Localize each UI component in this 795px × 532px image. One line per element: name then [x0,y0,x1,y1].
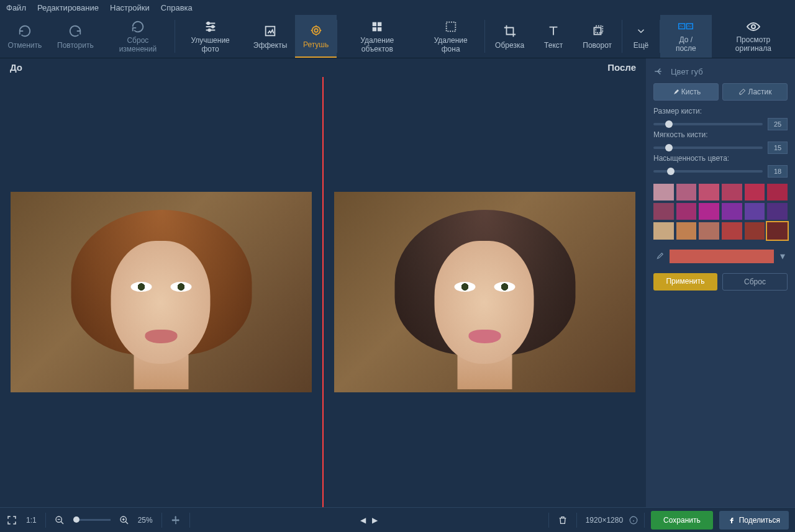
rotate-icon [590,24,605,38]
slider-label: Размер кисти: [653,107,788,115]
undo-label: Отменить [7,41,42,50]
current-color[interactable] [670,250,774,263]
menu-help[interactable]: Справка [161,3,193,12]
sliders-icon [203,20,218,34]
color-swatch[interactable] [722,222,742,239]
prev-icon[interactable]: ◀ [360,516,366,525]
remove-bg-button[interactable]: Удаление фона [417,15,484,58]
fullscreen-icon[interactable] [6,515,17,526]
color-swatch[interactable] [676,203,697,220]
reset-label: Сброс изменений [111,36,165,53]
color-swatch[interactable] [699,222,719,239]
color-swatch[interactable] [745,203,765,220]
color-swatch[interactable] [676,222,697,239]
menu-file[interactable]: Файл [6,3,26,12]
zoom-slider[interactable] [73,519,111,521]
color-swatch[interactable] [745,222,765,239]
effects-button[interactable]: Эффекты [245,15,294,58]
reset-panel-button[interactable]: Сброс [722,273,788,291]
effects-label: Эффекты [253,41,288,50]
menu-settings[interactable]: Настройки [110,3,150,12]
menu-edit[interactable]: Редактирование [37,3,99,12]
color-swatch[interactable] [699,184,719,201]
brush-icon [671,88,679,96]
brush-tab[interactable]: Кисть [653,83,719,101]
trash-icon[interactable] [558,515,568,525]
after-canvas[interactable] [324,186,646,399]
more-button[interactable]: Ещё [622,15,660,58]
zoom-value: 25% [138,516,153,525]
text-icon [546,24,561,38]
svg-rect-12 [596,25,602,32]
redo-button[interactable]: Повторить [50,15,101,58]
eraser-tab[interactable]: Ластик [722,83,788,101]
color-swatch[interactable] [653,184,674,201]
color-swatch[interactable] [745,184,765,201]
remove-obj-icon [370,20,384,34]
color-swatch[interactable] [699,203,719,220]
reset-button[interactable]: Сброс изменений [101,15,175,58]
after-label: После [607,62,636,73]
before-after-icon [678,20,693,33]
slider-track[interactable] [653,170,763,173]
color-dropdown-icon[interactable]: ▾ [778,250,788,262]
dimensions: 1920×1280 [586,516,623,525]
color-swatch[interactable] [722,203,742,220]
view-original-label: Просмотр оригинала [722,35,785,53]
retouch-icon [309,23,324,38]
color-swatch[interactable] [653,203,674,220]
slider-label: Мягкость кисти: [653,130,788,139]
zoom-out-icon[interactable] [55,515,65,525]
svg-point-2 [208,29,211,31]
retouch-label: Ретушь [303,40,329,49]
retouch-button[interactable]: Ретушь [295,15,337,58]
back-icon[interactable] [653,66,665,77]
undo-button[interactable]: Отменить [0,15,50,58]
before-canvas[interactable] [0,186,322,399]
slider-track[interactable] [653,147,763,149]
tool-panel: Цвет губ Кисть Ластик Размер кисти: 25 М… [646,58,795,507]
svg-rect-8 [373,27,376,30]
enhance-button[interactable]: Улучшение фото [175,15,246,58]
text-label: Текст [544,41,563,50]
apply-button[interactable]: Применить [653,273,717,291]
info-icon[interactable] [629,516,638,525]
panel-title: Цвет губ [671,67,703,76]
zoom-in-icon[interactable] [119,515,129,525]
before-after-button[interactable]: До / после [660,15,712,58]
slider-1: Мягкость кисти: 15 [653,130,788,154]
color-swatch[interactable] [767,222,788,239]
next-icon[interactable]: ▶ [372,516,378,525]
crop-button[interactable]: Обрезка [485,15,534,58]
color-swatch[interactable] [676,184,697,201]
slider-0: Размер кисти: 25 [653,107,788,130]
crop-label: Обрезка [495,41,524,50]
view-original-button[interactable]: Просмотр оригинала [712,15,795,58]
zoom-1to1[interactable]: 1:1 [26,516,37,525]
color-swatch[interactable] [722,184,742,201]
rotate-button[interactable]: Поворот [573,15,622,58]
text-button[interactable]: Текст [534,15,573,58]
pan-icon[interactable] [171,515,181,525]
after-photo [334,192,635,392]
save-button[interactable]: Сохранить [651,511,713,530]
slider-track[interactable] [653,123,763,125]
chevron-down-icon [634,24,648,38]
toolbar: Отменить Повторить Сброс изменений Улучш… [0,15,795,58]
canvas-area: До После [0,58,646,507]
color-swatch[interactable] [767,203,788,220]
svg-rect-11 [594,27,601,34]
color-swatch[interactable] [653,222,674,239]
eraser-icon [738,88,746,96]
eyedropper-icon[interactable] [653,250,666,263]
slider-value[interactable]: 25 [768,118,788,130]
svg-rect-7 [378,22,381,25]
remove-bg-label: Удаление фона [427,36,475,53]
share-button[interactable]: Поделиться [719,511,789,530]
color-swatch[interactable] [767,184,788,201]
crop-icon [502,24,517,38]
slider-value[interactable]: 18 [768,165,788,178]
svg-point-4 [312,26,320,34]
remove-objects-button[interactable]: Удаление объектов [337,15,417,58]
slider-value[interactable]: 15 [768,142,788,154]
